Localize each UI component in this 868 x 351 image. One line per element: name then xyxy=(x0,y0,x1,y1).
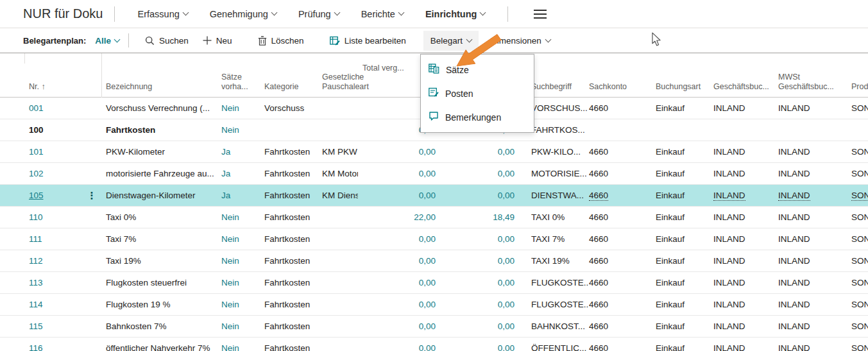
header-buchungsart[interactable]: Buchungsart xyxy=(656,53,713,97)
cell-nr[interactable]: 116 xyxy=(24,338,82,351)
cell-total[interactable]: 0,00 xyxy=(358,294,439,315)
cell-buchungsart: Einkauf xyxy=(656,316,713,337)
cell-sachkonto[interactable]: 4660 xyxy=(589,141,656,162)
cell-nr[interactable]: 114 xyxy=(24,294,82,315)
cell-betrag[interactable]: 0,00 xyxy=(439,163,518,184)
table-row[interactable]: 113Flugkosten steuerfreiNeinFahrtkosten0… xyxy=(0,272,868,294)
edit-list-icon xyxy=(330,36,340,46)
cell-nr[interactable]: 001 xyxy=(24,98,82,119)
header-produktbuchungsgruppe[interactable]: Produk... xyxy=(851,53,868,97)
table-body: 001Vorschuss Verrechnung (...NeinVorschu… xyxy=(0,98,868,351)
cell-saetze-vorhanden[interactable]: Nein xyxy=(217,272,260,293)
menu-item-prüfung[interactable]: Prüfung xyxy=(287,9,350,19)
cell-total[interactable]: 0,00 xyxy=(358,316,439,337)
table-row[interactable]: 111Taxi 7%NeinFahrtkosten0,000,00TAXI 7%… xyxy=(0,228,868,250)
cell-sachkonto[interactable]: 4660 xyxy=(589,185,656,206)
cell-total[interactable]: 0,00 xyxy=(358,272,439,293)
cell-nr[interactable]: 115 xyxy=(24,316,82,337)
menu-item-erfassung[interactable]: Erfassung xyxy=(126,9,198,19)
header-saetze-vorhanden[interactable]: Sätze vorha... xyxy=(217,53,260,97)
dropdown-item-bemerkungen[interactable]: Bemerkungen xyxy=(421,105,534,129)
cell-sachkonto[interactable]: 4660 xyxy=(589,207,656,228)
cell-betrag[interactable]: 0,00 xyxy=(439,228,518,250)
cell-total[interactable]: 22,00 xyxy=(358,207,439,228)
cell-sachkonto[interactable]: 4660 xyxy=(589,228,656,250)
cell-sachkonto[interactable]: 4660 xyxy=(589,294,656,315)
cell-betrag[interactable]: 0,00 xyxy=(439,141,518,162)
cell-sachkonto[interactable]: 4660 xyxy=(589,316,656,337)
cell-betrag[interactable]: 18,49 xyxy=(439,207,518,228)
header-kategorie[interactable]: Kategorie xyxy=(260,53,318,97)
cell-betrag[interactable]: 0,00 xyxy=(439,185,518,206)
cell-total[interactable]: 0,00 xyxy=(358,338,439,351)
menu-item-einrichtung[interactable]: Einrichtung xyxy=(414,9,497,19)
table-row[interactable]: 112Taxi 19%NeinFahrtkosten0,000,00TAXI 1… xyxy=(0,250,868,272)
menu-item-berichte[interactable]: Berichte xyxy=(350,9,414,19)
table-row[interactable]: 102motorisierte Fahrzeuge au...JaFahrtko… xyxy=(0,163,868,185)
new-button[interactable]: Neu xyxy=(196,31,239,51)
cell-betrag[interactable]: 0,00 xyxy=(439,294,518,315)
dimensionen-dropdown-button[interactable]: Dimensionen xyxy=(484,31,557,51)
cell-total[interactable]: 0,00 xyxy=(358,185,439,206)
table-row[interactable]: 101PKW-KilometerJaFahrtkostenKM PKW0,000… xyxy=(0,141,868,163)
header-geschaeftsbuchungsgruppe[interactable]: Geschäftsbuc... xyxy=(713,53,778,97)
header-suchbegriff[interactable]: Suchbegriff xyxy=(530,53,589,97)
header-mwst-geschaeftsbuchungsgruppe[interactable]: MWSt Geschäftsbuc... xyxy=(778,53,851,97)
cell-saetze-vorhanden[interactable]: Nein xyxy=(217,338,260,351)
cell-saetze-vorhanden[interactable]: Ja xyxy=(217,163,260,184)
table-row[interactable]: 115Bahnkosten 7%NeinFahrtkosten0,000,00B… xyxy=(0,316,868,338)
cell-buchungsart xyxy=(656,119,713,141)
belegart-dropdown-button[interactable]: Belegart xyxy=(423,31,479,51)
delete-button[interactable]: Löschen xyxy=(251,31,311,51)
cell-sachkonto[interactable]: 4660 xyxy=(589,163,656,184)
row-actions-icon xyxy=(82,338,101,351)
cell-saetze-vorhanden[interactable]: Ja xyxy=(217,185,260,206)
cell-saetze-vorhanden[interactable]: Ja xyxy=(217,141,260,162)
cell-total[interactable]: 0,00 xyxy=(358,163,439,184)
edit-list-button[interactable]: Liste bearbeiten xyxy=(323,31,413,51)
cell-saetze-vorhanden[interactable]: Nein xyxy=(217,98,260,119)
menu-icon[interactable] xyxy=(534,10,547,19)
cell-betrag[interactable]: 0,00 xyxy=(439,316,518,337)
table-row[interactable]: 116öffentlicher Nahverkehr 7%NeinFahrtko… xyxy=(0,338,868,351)
header-bezeichnung[interactable]: Bezeichnung xyxy=(101,53,217,97)
cell-saetze-vorhanden[interactable]: Nein xyxy=(217,119,260,141)
search-button[interactable]: Suchen xyxy=(138,31,196,51)
cell-saetze-vorhanden[interactable]: Nein xyxy=(217,316,260,337)
cell-betrag[interactable]: 0,00 xyxy=(439,250,518,271)
header-gesetzliche-pauschaleart[interactable]: Gesetzliche Pauschaleart xyxy=(318,53,358,97)
cell-nr[interactable]: 113 xyxy=(24,272,82,293)
header-sachkonto[interactable]: Sachkonto xyxy=(589,53,656,97)
cell-saetze-vorhanden[interactable]: Nein xyxy=(217,207,260,228)
cell-sachkonto[interactable]: 4660 xyxy=(589,250,656,271)
cell-saetze-vorhanden[interactable]: Nein xyxy=(217,294,260,315)
cell-nr[interactable]: 105 xyxy=(24,185,82,206)
cell-nr[interactable]: 111 xyxy=(24,228,82,250)
cell-total[interactable]: 0,00 xyxy=(358,228,439,250)
cell-nr[interactable]: 102 xyxy=(24,163,82,184)
cell-geschaeftsbuchungsgruppe: INLAND xyxy=(713,141,778,162)
cell-sachkonto[interactable]: 4660 xyxy=(589,98,656,119)
cell-nr[interactable]: 100 xyxy=(24,119,82,141)
cell-nr[interactable]: 110 xyxy=(24,207,82,228)
filter-value-dropdown[interactable]: Alle xyxy=(95,36,119,46)
cell-sachkonto[interactable]: 4660 xyxy=(589,272,656,293)
cell-nr[interactable]: 112 xyxy=(24,250,82,271)
menu-item-genehmigung[interactable]: Genehmigung xyxy=(199,9,287,19)
cell-saetze-vorhanden[interactable]: Nein xyxy=(217,228,260,250)
row-actions-icon[interactable]: ⋮ xyxy=(82,185,101,206)
cell-betrag[interactable]: 0,00 xyxy=(439,272,518,293)
cell-sachkonto[interactable] xyxy=(589,119,656,141)
cell-total[interactable]: 0,00 xyxy=(358,250,439,271)
table-row[interactable]: 110Taxi 0%NeinFahrtkosten22,0018,49TAXI … xyxy=(0,207,868,228)
table-row[interactable]: 105⋮Dienstwagen-KilometerJaFahrtkostenKM… xyxy=(0,185,868,207)
cell-nr[interactable]: 101 xyxy=(24,141,82,162)
cell-saetze-vorhanden[interactable]: Nein xyxy=(217,250,260,271)
cell-betrag[interactable]: 0,00 xyxy=(439,338,518,351)
header-nr[interactable]: Nr. ↑ xyxy=(24,53,82,97)
cell-sachkonto[interactable]: 4660 xyxy=(589,338,656,351)
table-row[interactable]: 114Flugkosten 19 %NeinFahrtkosten0,000,0… xyxy=(0,294,868,316)
dropdown-item-posten[interactable]: Posten xyxy=(421,81,534,105)
cell-total[interactable]: 0,00 xyxy=(358,141,439,162)
dropdown-item-sätze[interactable]: Sätze xyxy=(421,58,534,81)
